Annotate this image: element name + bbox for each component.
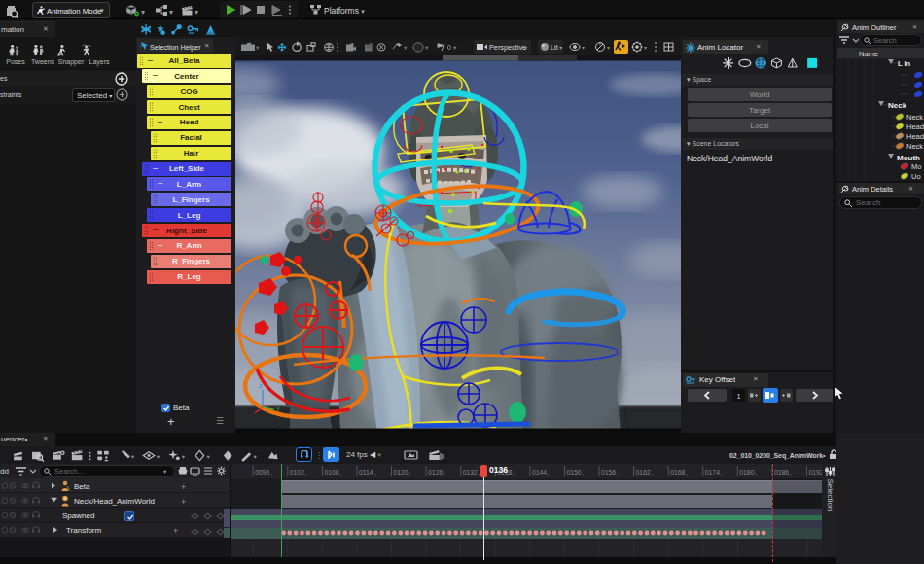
svg-text:▾: ▾ [182,453,186,460]
svg-text:0180: 0180 [739,469,754,476]
svg-text:▾: ▾ [582,45,585,51]
svg-text:▾: ▾ [131,453,135,460]
svg-text:0162: 0162 [636,469,651,476]
svg-text:▾: ▾ [453,44,457,51]
svg-text:Neck: Neck [906,142,923,151]
svg-text:Z: Z [259,383,263,389]
svg-text:0126: 0126 [428,469,443,476]
svg-text:L In: L In [898,59,911,68]
svg-text:Mouth: Mouth [897,154,920,162]
svg-text:0150: 0150 [566,469,581,476]
svg-text:▾: ▾ [141,8,145,17]
svg-text:0174: 0174 [705,469,720,476]
svg-text:Head: Head [906,123,924,131]
svg-text:Perspective: Perspective [489,43,526,52]
svg-text:▾: ▾ [256,44,260,51]
svg-text:0120: 0120 [394,469,409,476]
svg-text:0186: 0186 [774,469,789,476]
svg-text:▾: ▾ [559,45,562,51]
svg-text:▾: ▾ [195,8,198,17]
svg-text:▾: ▾ [425,44,429,51]
svg-text:0132: 0132 [463,469,478,476]
svg-text:Uo: Uo [911,172,921,181]
svg-text:0: 0 [447,44,451,51]
svg-text:Lit: Lit [551,43,558,52]
svg-text:▾: ▾ [169,8,173,17]
svg-text:Y: Y [276,406,280,412]
svg-text:Neck: Neck [906,113,923,122]
svg-text:0102: 0102 [290,469,304,476]
svg-text:0096: 0096 [255,469,269,476]
svg-text:0156: 0156 [601,469,616,476]
svg-text:▾: ▾ [644,45,647,51]
svg-text:▾: ▾ [254,453,258,460]
svg-text:0144: 0144 [532,469,547,476]
svg-text:▾: ▾ [404,44,408,51]
svg-text:▾: ▾ [157,453,160,460]
svg-text:Neck: Neck [888,101,907,110]
svg-text:0168: 0168 [670,469,685,476]
svg-text:▾: ▾ [607,45,610,51]
svg-text:0108: 0108 [324,469,338,476]
svg-text:▾: ▾ [207,453,211,460]
svg-text:▾: ▾ [524,45,527,51]
svg-text:Head: Head [906,132,924,141]
svg-text:Mo: Mo [911,162,921,171]
svg-text:0114: 0114 [359,469,373,476]
